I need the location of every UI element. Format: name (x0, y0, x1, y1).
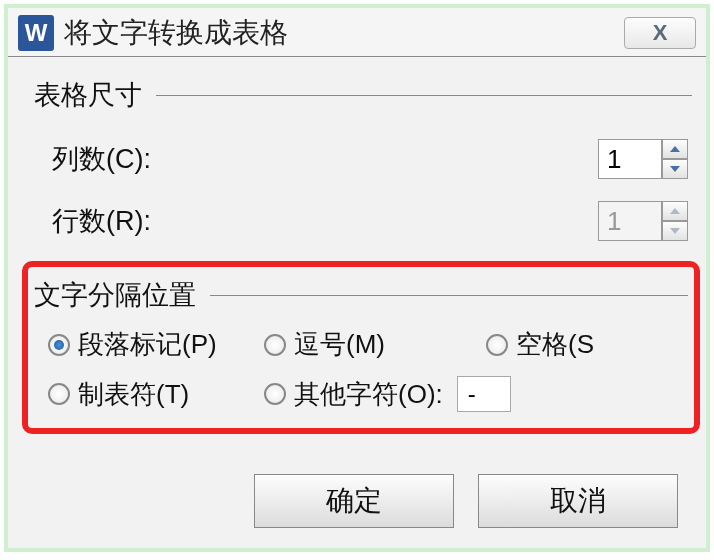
radio-space-label: 空格(S (516, 327, 594, 362)
group-divider (156, 95, 692, 96)
svg-marker-2 (670, 208, 680, 214)
dialog-content: 表格尺寸 列数(C): 行数(R): (8, 57, 706, 548)
table-size-label: 表格尺寸 (34, 77, 156, 113)
svg-marker-3 (670, 228, 680, 234)
rows-label: 行数(R): (52, 203, 151, 239)
radio-comma-label: 逗号(M) (294, 327, 385, 362)
columns-spin-down[interactable] (662, 159, 688, 179)
separator-label: 文字分隔位置 (34, 277, 210, 313)
radio-tab[interactable] (48, 383, 70, 405)
titlebar-left: W 将文字转换成表格 (18, 14, 288, 52)
columns-input[interactable] (598, 139, 662, 179)
radio-tab-label: 制表符(T) (78, 377, 189, 412)
columns-row: 列数(C): (34, 131, 692, 187)
separator-row-2: 制表符(T) 其他字符(O): (48, 376, 688, 412)
rows-spinner (598, 201, 688, 241)
ok-button[interactable]: 确定 (254, 474, 454, 528)
rows-input (598, 201, 662, 241)
separator-group-header: 文字分隔位置 (34, 277, 688, 313)
word-app-icon: W (18, 15, 54, 51)
close-button[interactable]: X (624, 17, 696, 49)
radio-space[interactable] (486, 334, 508, 356)
chevron-down-icon (670, 166, 680, 172)
columns-spin-up[interactable] (662, 139, 688, 159)
separator-highlight-box: 文字分隔位置 段落标记(P) 逗号(M) 空格(S (22, 261, 700, 434)
rows-row: 行数(R): (34, 193, 692, 249)
radio-item-space[interactable]: 空格(S (486, 327, 636, 362)
radio-paragraph-label: 段落标记(P) (78, 327, 217, 362)
columns-spinner-buttons (662, 139, 688, 179)
close-icon: X (653, 20, 668, 46)
other-char-input[interactable] (457, 376, 511, 412)
svg-marker-0 (670, 146, 680, 152)
dialog-title: 将文字转换成表格 (64, 14, 288, 52)
radio-item-paragraph[interactable]: 段落标记(P) (48, 327, 264, 362)
radio-item-other[interactable]: 其他字符(O): (264, 376, 511, 412)
titlebar: W 将文字转换成表格 X (8, 8, 706, 57)
columns-spinner[interactable] (598, 139, 688, 179)
dialog-convert-text-to-table: W 将文字转换成表格 X 表格尺寸 列数(C): (4, 4, 710, 552)
radio-paragraph[interactable] (48, 334, 70, 356)
radio-item-comma[interactable]: 逗号(M) (264, 327, 486, 362)
separator-radio-group: 段落标记(P) 逗号(M) 空格(S 制表符(T) (34, 327, 688, 412)
separator-row-1: 段落标记(P) 逗号(M) 空格(S (48, 327, 688, 362)
columns-label: 列数(C): (52, 141, 151, 177)
table-size-group-header: 表格尺寸 (34, 77, 692, 113)
rows-spin-up (662, 201, 688, 221)
cancel-button[interactable]: 取消 (478, 474, 678, 528)
chevron-up-icon (670, 208, 680, 214)
chevron-down-icon (670, 228, 680, 234)
group-divider (210, 295, 688, 296)
rows-spinner-buttons (662, 201, 688, 241)
radio-other-label: 其他字符(O): (294, 377, 443, 412)
svg-marker-1 (670, 166, 680, 172)
rows-spin-down (662, 221, 688, 241)
radio-comma[interactable] (264, 334, 286, 356)
radio-other[interactable] (264, 383, 286, 405)
dialog-button-row: 确定 取消 (34, 456, 692, 534)
chevron-up-icon (670, 146, 680, 152)
radio-item-tab[interactable]: 制表符(T) (48, 377, 264, 412)
